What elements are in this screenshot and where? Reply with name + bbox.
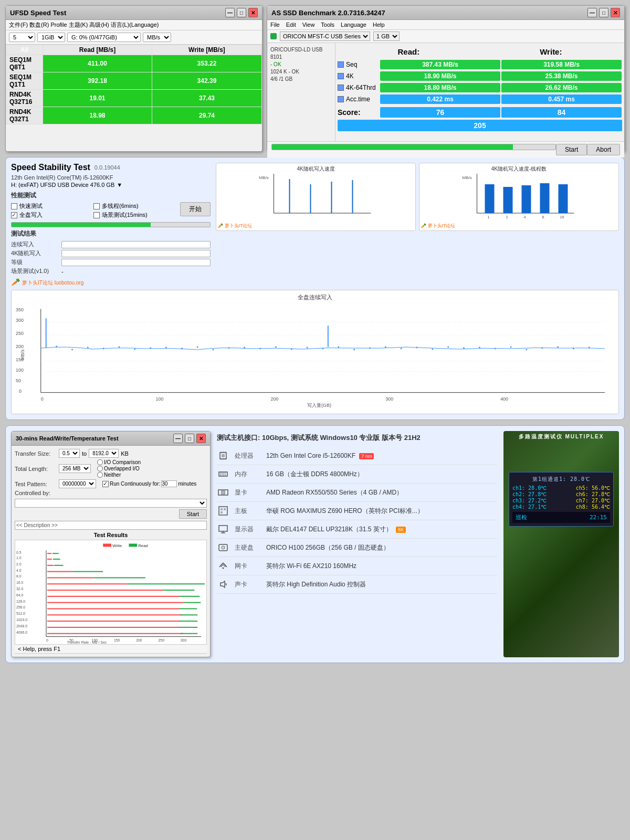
- as-abort-button[interactable]: Abort: [587, 144, 620, 155]
- overlapped-io-option[interactable]: Overlapped I/O: [97, 466, 141, 471]
- as-ssd-device-info: ORICOUFSD-LD USB 8101 - OK 1024 K - OK 4…: [267, 43, 335, 141]
- run-minutes-input[interactable]: [161, 480, 177, 487]
- svg-point-60: [322, 348, 323, 350]
- 4k-read-val: 18.90 MB/s: [380, 71, 500, 81]
- svg-point-162: [223, 568, 224, 569]
- total-length-select[interactable]: 256 MB: [59, 464, 91, 473]
- scene-test-option[interactable]: 场景测试(15mins): [93, 211, 175, 219]
- minimize-btn[interactable]: —: [225, 8, 235, 17]
- size-select[interactable]: 1GiB: [37, 33, 65, 42]
- svg-text:1024.0: 1024.0: [16, 618, 27, 622]
- menu-file[interactable]: File: [270, 22, 280, 28]
- fast-checkbox[interactable]: [11, 203, 17, 209]
- svg-text:250: 250: [159, 638, 165, 642]
- hdtune-btn-row: Start: [15, 509, 207, 519]
- as-maximize-btn[interactable]: □: [599, 8, 608, 17]
- svg-rect-80: [103, 544, 111, 547]
- svg-text:MB/s: MB/s: [20, 349, 25, 360]
- svg-text:350: 350: [16, 307, 24, 312]
- neither-radio[interactable]: [97, 472, 103, 478]
- full-write-checkbox[interactable]: [11, 212, 17, 218]
- full-write-option[interactable]: 全盘写入: [11, 211, 92, 219]
- as-size-select[interactable]: 1 GB: [373, 32, 400, 41]
- close-btn[interactable]: ✕: [248, 8, 258, 17]
- specs-panel: 测试主机接口: 10Gbps, 测试系统 Windows10 专业版 版本号 2…: [215, 431, 499, 657]
- maximize-btn[interactable]: □: [237, 8, 246, 17]
- 4k64-checkbox: [338, 85, 344, 91]
- run-continuously-cb[interactable]: [102, 481, 109, 487]
- menu-edit[interactable]: Edit: [286, 22, 296, 28]
- test-pattern-select[interactable]: 00000000: [59, 479, 96, 488]
- unit-select[interactable]: MB/s: [143, 33, 171, 42]
- row-label-rnd4k-q32t16: RND4KQ32T16: [6, 90, 43, 107]
- sst-start-button[interactable]: 开始: [180, 202, 211, 216]
- as-start-button[interactable]: Start: [556, 144, 587, 155]
- as-ssd-4k-row: 4K 18.90 MB/s 25.38 MB/s: [338, 71, 622, 81]
- as-ssd-titlebar: AS SSD Benchmark 2.0.7316.34247 — □ ✕: [267, 6, 624, 20]
- menu-tools[interactable]: Tools: [321, 22, 334, 28]
- ufsd-menu[interactable]: 文件(F) 数盘(R) Profile 主题(K) 高级(H) 语言(L)(La…: [6, 20, 262, 30]
- overlapped-radio[interactable]: [97, 466, 103, 471]
- drive-select[interactable]: G: 0% (0/477GiB): [67, 33, 141, 42]
- fast-test-option[interactable]: 快速测试: [11, 202, 92, 210]
- seq1m-q1t1-read: 392.18: [43, 72, 152, 90]
- net-category: 网卡: [235, 562, 261, 571]
- rnd4k-q32t1-write: 29.74: [152, 107, 261, 124]
- svg-rect-129: [184, 602, 201, 603]
- svg-rect-133: [179, 627, 197, 628]
- svg-text:MB/s: MB/s: [259, 175, 269, 180]
- ufsd-window: UFSD Speed Test — □ ✕ 文件(F) 数盘(R) Profil…: [5, 5, 262, 152]
- svg-rect-144: [219, 472, 227, 476]
- hdtune-maximize[interactable]: □: [185, 434, 194, 443]
- neither-option[interactable]: Neither: [97, 472, 141, 478]
- as-ssd-column-headers: Read: Write:: [338, 45, 622, 58]
- ram-value: 16 GB（金士顿 DDR5 4800MHz）: [266, 470, 497, 479]
- menu-language[interactable]: Language: [341, 22, 366, 28]
- cpu-icon: [217, 449, 229, 462]
- svg-text:4096.0: 4096.0: [16, 631, 27, 634]
- hdtune-start-button[interactable]: Start: [179, 509, 207, 519]
- as-progress-bar: [271, 144, 556, 150]
- io-comparison-radio[interactable]: [97, 459, 103, 465]
- svg-point-75: [557, 346, 559, 348]
- table-row: SEQ1MQ8T1 411.00 353.22: [6, 55, 262, 72]
- disk-category: 主硬盘: [235, 543, 261, 552]
- svg-rect-107: [47, 553, 51, 554]
- svg-text:250: 250: [16, 331, 24, 336]
- mb-icon: [217, 505, 229, 517]
- scene-checkbox[interactable]: [93, 212, 100, 218]
- grade-bar: [61, 259, 211, 266]
- svg-text:32.0: 32.0: [16, 587, 24, 591]
- menu-help[interactable]: Help: [373, 22, 385, 28]
- menu-view[interactable]: View: [302, 22, 315, 28]
- as-ssd-toolbar: ORICON MFST-C USB Series 1 GB: [267, 30, 624, 43]
- as-minimize-btn[interactable]: —: [587, 8, 597, 17]
- hdtune-minimize[interactable]: —: [173, 434, 183, 443]
- monitor-icon: [217, 523, 229, 536]
- multi-thread-checkbox[interactable]: [93, 203, 100, 209]
- multi-thread-option[interactable]: 多线程(6mins): [93, 202, 175, 210]
- net-icon: [217, 560, 229, 572]
- spec-row-gpu: 显卡 AMD Radeon RX550/550 Series（4 GB / AM…: [217, 484, 497, 502]
- acctime-write-val: 0.457 ms: [501, 94, 622, 104]
- read-column-header: Read:: [398, 47, 420, 56]
- svg-rect-108: [47, 559, 52, 560]
- gpu-value: AMD Radeon RX550/550 Series（4 GB / AMD）: [266, 488, 497, 497]
- transfer-to-select[interactable]: 8192.0: [89, 449, 119, 458]
- count-select[interactable]: 5: [9, 33, 35, 42]
- transfer-from-select[interactable]: 0.5: [59, 449, 80, 458]
- svg-rect-128: [179, 596, 200, 597]
- hdtune-close[interactable]: ✕: [196, 434, 206, 443]
- as-close-btn[interactable]: ✕: [611, 8, 620, 17]
- io-comparison-option[interactable]: I/O Comparison: [97, 459, 141, 465]
- svg-text:512.0: 512.0: [16, 612, 25, 615]
- svg-text:Threads: Threads: [508, 220, 523, 221]
- svg-rect-125: [94, 577, 145, 578]
- as-drive-select[interactable]: ORICON MFST-C USB Series: [280, 32, 370, 41]
- svg-rect-123: [54, 565, 64, 566]
- as-ssd-content: ORICOUFSD-LD USB 8101 - OK 1024 K - OK 4…: [267, 43, 624, 141]
- temp-device-display: 第1组通道1: 28.0℃ ch1: 28.0℃ ch5: 56.0℃ ch2:…: [509, 472, 614, 527]
- sst-right-charts: 4K随机写入速度 MB/s 🥕 萝卜头IT论坛: [216, 163, 619, 287]
- controlled-by-dropdown[interactable]: [15, 499, 207, 508]
- svg-point-43: [56, 346, 57, 348]
